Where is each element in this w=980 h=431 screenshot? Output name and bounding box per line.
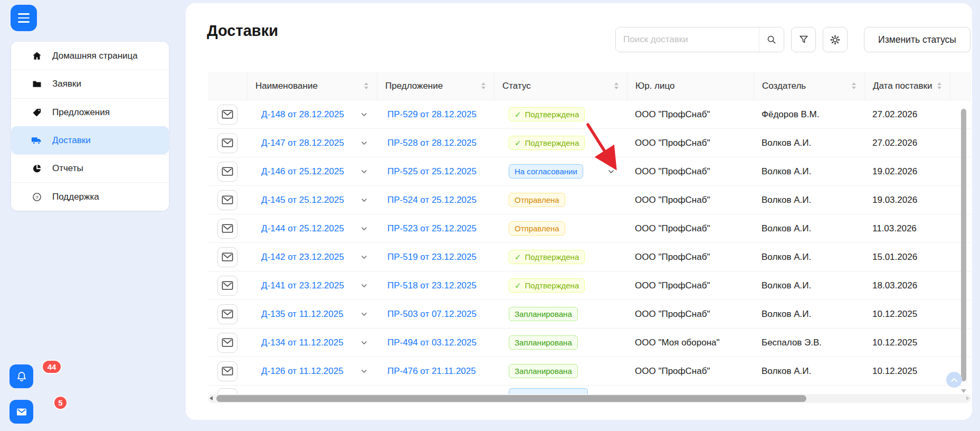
filter-button[interactable] [791, 27, 816, 52]
notifications-button[interactable] [9, 364, 33, 388]
status-badge: Запланирована [509, 307, 578, 321]
status-label: Подтверждена [525, 281, 579, 290]
message-button[interactable] [217, 333, 237, 353]
scroll-right-arrow-icon[interactable] [966, 396, 969, 400]
delivery-link[interactable]: Д-142 от 23.12.2025 [255, 252, 344, 263]
name-expand-chevron-icon[interactable] [361, 227, 377, 231]
cell-delivery-date: 18.03.2026 [864, 271, 950, 299]
sort-icon[interactable] [852, 82, 859, 89]
messages-button[interactable] [9, 400, 33, 424]
cell-offer: ПР-523 от 25.12.2025 [377, 214, 494, 242]
offer-link[interactable]: ПР-494 от 03.12.2025 [385, 338, 477, 348]
delivery-link[interactable]: Д-144 от 25.12.2025 [255, 223, 344, 234]
name-expand-chevron-icon[interactable] [361, 255, 377, 259]
status-badge: На согласовании [509, 164, 583, 179]
offer-link[interactable]: ПР-528 от 28.12.2025 [385, 138, 477, 148]
message-button[interactable] [217, 361, 237, 381]
vertical-scrollbar-thumb[interactable] [961, 109, 966, 381]
offer-link[interactable]: ПР-503 от 07.12.2025 [385, 309, 477, 320]
message-button[interactable] [217, 276, 237, 296]
name-expand-chevron-icon[interactable] [361, 284, 377, 288]
message-button[interactable] [217, 190, 237, 210]
sort-icon[interactable] [481, 82, 489, 89]
name-expand-chevron-icon[interactable] [361, 113, 377, 117]
name-expand-chevron-icon[interactable] [361, 170, 377, 174]
cell-message [208, 129, 247, 157]
delivery-link[interactable]: Д-126 от 11.12.2025 [255, 366, 344, 377]
delivery-link[interactable]: Д-135 от 11.12.2025 [255, 309, 344, 320]
delivery-link[interactable]: Д-141 от 23.12.2025 [255, 280, 344, 291]
change-statuses-button[interactable]: Изменить статусы [864, 27, 971, 52]
sort-icon[interactable] [614, 82, 622, 89]
truck-icon [31, 135, 42, 146]
offer-link[interactable]: ПР-523 от 25.12.2025 [385, 223, 477, 234]
search-input[interactable] [616, 27, 759, 52]
sort-icon[interactable] [937, 82, 945, 89]
status-label: Отправлена [515, 195, 559, 204]
sidebar-item-requests[interactable]: Заявки [11, 70, 169, 98]
message-button[interactable] [217, 219, 237, 239]
horizontal-scrollbar-thumb[interactable] [216, 395, 806, 402]
column-header[interactable]: Наименование [247, 72, 377, 100]
scroll-to-top-button[interactable] [946, 372, 962, 388]
offer-link[interactable]: ПР-524 от 25.12.2025 [385, 195, 477, 205]
check-icon: ✓ [515, 110, 521, 119]
search-button[interactable] [759, 27, 784, 52]
name-expand-chevron-icon[interactable] [361, 198, 377, 202]
offer-link[interactable]: ПР-525 от 25.12.2025 [385, 166, 477, 177]
cell-creator: Волков А.И. [754, 271, 864, 299]
cell-message [208, 357, 247, 385]
column-header[interactable]: Статус [494, 72, 627, 100]
scroll-down-arrow-icon[interactable] [961, 389, 966, 393]
message-button[interactable] [217, 247, 237, 267]
cell-company: ООО "Моя оборона" [627, 329, 754, 357]
offer-link[interactable]: ПР-529 от 28.12.2025 [385, 109, 477, 120]
cell-creator: Волков А.И. [754, 300, 864, 328]
cell-delivery-date [864, 386, 950, 394]
table-row: Д-146 от 25.12.2025 ПР-525 от 25.12.2025… [208, 157, 971, 186]
sidebar-item-home[interactable]: Домашняя страница [11, 42, 169, 70]
message-button[interactable] [217, 304, 237, 324]
cell-name: Д-146 от 25.12.2025 [247, 157, 377, 185]
sort-icon[interactable] [364, 82, 372, 89]
name-expand-chevron-icon[interactable] [361, 341, 377, 345]
sidebar-item-label: Заявки [52, 79, 81, 89]
message-button[interactable] [217, 388, 237, 394]
sidebar-item-deliveries[interactable]: Доставки [11, 126, 169, 154]
delivery-link[interactable]: Д-146 от 25.12.2025 [255, 166, 344, 177]
sidebar-item-support[interactable]: ? Поддержка [11, 182, 169, 210]
column-header[interactable]: Создатель [754, 72, 864, 100]
column-header[interactable]: Дата поставки [864, 72, 950, 100]
delivery-link[interactable]: Д-148 от 28.12.2025 [255, 109, 344, 120]
delivery-link[interactable]: Д-147 от 28.12.2025 [255, 138, 344, 148]
sidebar-item-offers[interactable]: Предложения [11, 98, 169, 126]
status-expand-chevron-icon[interactable] [608, 170, 627, 174]
cell-name: Д-134 от 11.12.2025 [247, 329, 377, 357]
message-button[interactable] [217, 105, 237, 125]
column-header-label: Статус [502, 81, 531, 91]
horizontal-scrollbar[interactable] [208, 394, 971, 403]
scroll-left-arrow-icon[interactable] [210, 396, 213, 400]
search-box [615, 27, 784, 52]
menu-toggle-button[interactable] [11, 5, 37, 31]
delivery-link[interactable]: Д-145 от 25.12.2025 [255, 195, 344, 205]
table-row: Д-147 от 28.12.2025 ПР-528 от 28.12.2025… [208, 129, 971, 157]
column-header[interactable]: Предложение [377, 72, 494, 100]
name-expand-chevron-icon[interactable] [361, 369, 377, 373]
message-button[interactable] [217, 162, 237, 182]
delivery-link[interactable]: Д-134 от 11.12.2025 [255, 338, 344, 348]
name-expand-chevron-icon[interactable] [361, 141, 377, 145]
message-button[interactable] [217, 133, 237, 153]
offer-link[interactable]: ПР-518 от 23.12.2025 [385, 280, 477, 291]
offer-link[interactable]: ПР-476 от 21.11.2025 [385, 366, 476, 377]
folder-icon [31, 79, 42, 90]
column-header[interactable] [208, 72, 247, 100]
settings-button[interactable] [823, 27, 848, 52]
cell-company: ООО "ПрофСнаб" [627, 300, 754, 328]
cell-delivery-date: 11.03.2026 [864, 214, 950, 242]
name-expand-chevron-icon[interactable] [361, 312, 377, 316]
sidebar-item-reports[interactable]: Отчеты [11, 154, 169, 182]
offer-link[interactable]: ПР-519 от 23.12.2025 [385, 252, 477, 263]
column-header[interactable]: Юр. лицо [627, 72, 754, 100]
vertical-scrollbar[interactable] [960, 101, 967, 393]
